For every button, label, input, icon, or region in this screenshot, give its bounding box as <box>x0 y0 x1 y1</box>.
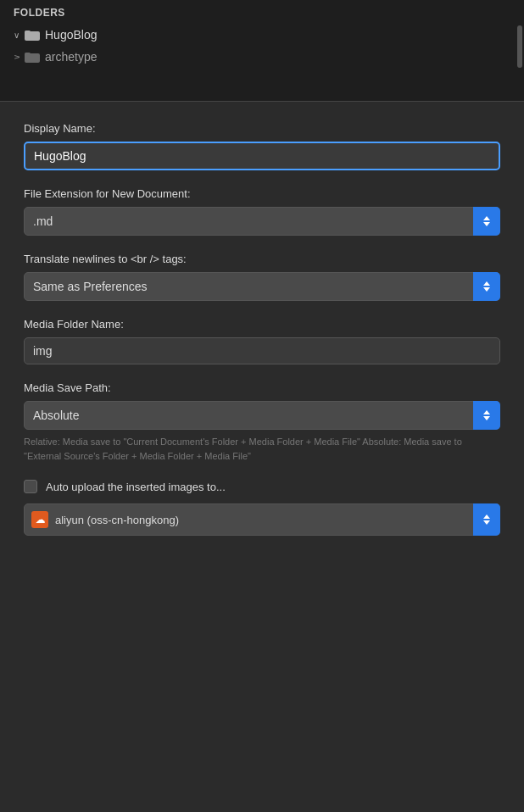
folder-icon-2 <box>25 51 40 63</box>
folder-icon <box>25 29 40 41</box>
folder-name-archetype: archetype <box>45 50 97 64</box>
file-extension-select-wrapper: .md .txt .markdown .html <box>24 207 500 236</box>
folders-header: FOLDERS <box>0 0 524 24</box>
display-name-input[interactable] <box>24 142 500 170</box>
folder-item-hugoblog[interactable]: ∨ HugoBlog <box>0 24 524 46</box>
folder-name-hugoblog: HugoBlog <box>45 28 98 42</box>
media-save-path-select[interactable]: Absolute Relative <box>24 401 500 430</box>
file-extension-select[interactable]: .md .txt .markdown .html <box>24 207 500 236</box>
display-name-group: Display Name: <box>24 122 500 170</box>
file-extension-group: File Extension for New Document: .md .tx… <box>24 187 500 236</box>
auto-upload-label: Auto upload the inserted images to... <box>46 481 226 493</box>
auto-upload-row: Auto upload the inserted images to... <box>24 480 500 493</box>
media-folder-group: Media Folder Name: <box>24 318 500 364</box>
chevron-right-icon: ∨ <box>12 54 21 60</box>
aliyun-icon: ☁ <box>31 511 48 528</box>
svg-rect-3 <box>25 53 31 56</box>
panel-pointer <box>247 86 277 102</box>
aliyun-select-display[interactable]: ☁ aliyun (oss-cn-hongkong) <box>24 503 500 536</box>
translate-newlines-label: Translate newlines to <br /> tags: <box>24 253 500 265</box>
media-save-path-select-wrapper: Absolute Relative <box>24 401 500 430</box>
chevron-down-icon: ∨ <box>14 31 20 40</box>
auto-upload-checkbox[interactable] <box>24 480 37 493</box>
svg-rect-1 <box>25 31 31 34</box>
translate-newlines-group: Translate newlines to <br /> tags: Same … <box>24 253 500 301</box>
settings-panel: Display Name: File Extension for New Doc… <box>0 102 524 559</box>
media-save-help-text: Relative: Media save to "Current Documen… <box>24 435 500 463</box>
media-save-path-label: Media Save Path: <box>24 381 500 394</box>
translate-newlines-select-wrapper: Same as Preferences Yes No <box>24 272 500 301</box>
folders-panel: FOLDERS ∨ HugoBlog ∨ archetype <box>0 0 524 102</box>
display-name-label: Display Name: <box>24 122 500 135</box>
file-extension-label: File Extension for New Document: <box>24 187 500 200</box>
aliyun-value: aliyun (oss-cn-hongkong) <box>55 514 179 526</box>
aliyun-select-wrapper: ☁ aliyun (oss-cn-hongkong) <box>24 503 500 536</box>
media-folder-label: Media Folder Name: <box>24 318 500 331</box>
media-folder-input[interactable] <box>24 337 500 364</box>
folder-item-archetype[interactable]: ∨ archetype <box>0 46 524 68</box>
media-save-path-group: Media Save Path: Absolute Relative Relat… <box>24 381 500 463</box>
translate-newlines-select[interactable]: Same as Preferences Yes No <box>24 272 500 301</box>
